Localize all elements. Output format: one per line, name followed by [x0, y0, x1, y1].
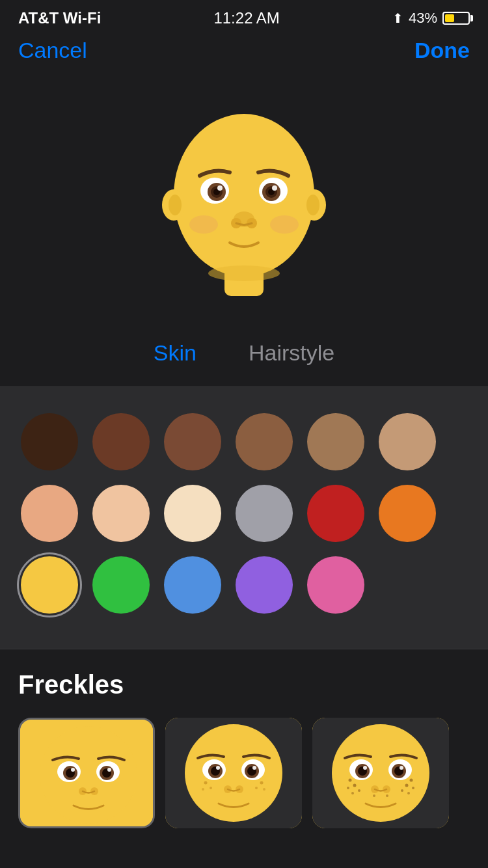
svg-point-12: [217, 185, 223, 191]
color-row-1: [21, 413, 467, 470]
battery-icon: [442, 12, 470, 25]
freckles-item-none[interactable]: [18, 718, 155, 828]
svg-point-72: [412, 787, 414, 789]
svg-point-20: [189, 215, 218, 234]
color-purple[interactable]: [236, 556, 293, 614]
freckles-item-heavy[interactable]: [312, 718, 449, 828]
color-red[interactable]: [307, 485, 364, 542]
svg-point-74: [373, 794, 375, 797]
svg-point-64: [349, 779, 352, 782]
done-button[interactable]: Done: [414, 38, 470, 63]
color-peach[interactable]: [21, 485, 78, 542]
color-warm-tan[interactable]: [307, 413, 364, 470]
color-tan-brown[interactable]: [236, 413, 293, 470]
svg-point-71: [401, 789, 403, 792]
status-bar: AT&T Wi-Fi 11:22 AM ⬆ 43%: [0, 0, 488, 33]
battery-percent: 43%: [409, 10, 437, 27]
svg-point-28: [71, 768, 75, 772]
color-row-3: [21, 556, 467, 614]
svg-point-61: [400, 766, 403, 770]
color-gray[interactable]: [236, 485, 293, 542]
time-text: 11:22 AM: [213, 9, 279, 27]
svg-point-2: [169, 195, 182, 215]
freckles-section: Freckles: [0, 649, 488, 828]
svg-point-40: [216, 766, 220, 770]
status-right: ⬆ 43%: [392, 10, 470, 27]
svg-point-58: [363, 766, 367, 770]
svg-point-0: [174, 114, 314, 277]
svg-point-69: [410, 779, 413, 782]
color-grid-section: [0, 387, 488, 649]
tab-skin[interactable]: Skin: [154, 335, 197, 371]
freckles-item-light[interactable]: [165, 718, 302, 828]
nav-bar: Cancel Done: [0, 33, 488, 75]
freckles-row: [18, 718, 470, 828]
svg-point-68: [351, 792, 354, 794]
color-cream[interactable]: [164, 485, 221, 542]
tab-hairstyle[interactable]: Hairstyle: [249, 335, 334, 371]
svg-point-66: [358, 789, 360, 792]
svg-point-51: [263, 788, 265, 791]
color-pink[interactable]: [307, 556, 364, 614]
color-blue[interactable]: [164, 556, 221, 614]
svg-point-65: [353, 784, 357, 787]
memoji-face: [159, 101, 329, 296]
memoji-preview: [0, 75, 488, 322]
color-row-2: [21, 485, 467, 542]
svg-point-6: [208, 265, 280, 281]
svg-point-16: [272, 185, 277, 191]
cancel-button[interactable]: Cancel: [18, 38, 87, 63]
svg-point-49: [260, 781, 264, 785]
color-brown[interactable]: [92, 413, 150, 470]
svg-point-70: [405, 784, 409, 787]
svg-point-4: [306, 195, 319, 215]
color-yellow[interactable]: [21, 556, 78, 614]
svg-point-67: [347, 787, 349, 789]
color-dark-brown[interactable]: [21, 413, 78, 470]
svg-point-73: [407, 792, 410, 794]
svg-point-43: [252, 766, 256, 770]
svg-point-48: [202, 788, 204, 791]
svg-point-47: [210, 787, 212, 789]
svg-point-46: [204, 781, 208, 785]
svg-point-75: [386, 794, 388, 797]
location-icon: ⬆: [392, 10, 403, 26]
color-light-peach[interactable]: [92, 485, 150, 542]
color-orange[interactable]: [379, 485, 436, 542]
svg-point-21: [270, 215, 299, 234]
svg-point-50: [255, 787, 258, 789]
color-medium-brown[interactable]: [164, 413, 221, 470]
carrier-text: AT&T Wi-Fi: [18, 9, 101, 27]
freckles-title: Freckles: [18, 670, 470, 699]
color-green[interactable]: [92, 556, 150, 614]
svg-point-31: [107, 768, 111, 772]
color-light-tan[interactable]: [379, 413, 436, 470]
tabs-container: Skin Hairstyle: [0, 322, 488, 387]
